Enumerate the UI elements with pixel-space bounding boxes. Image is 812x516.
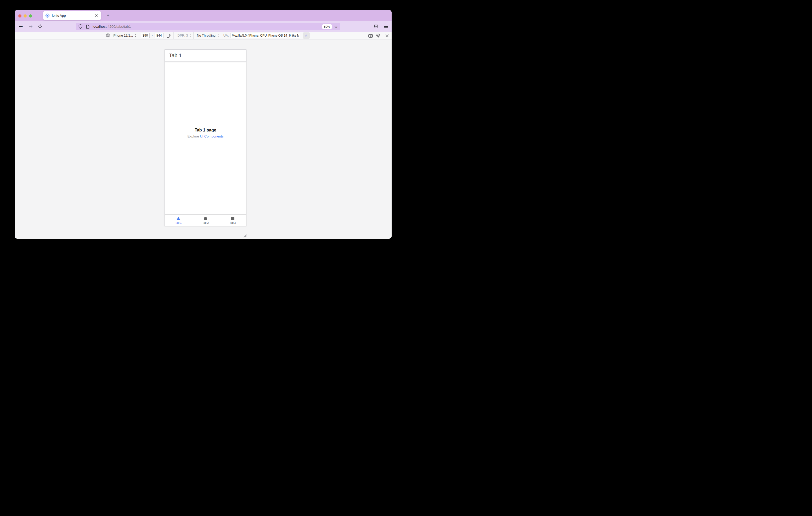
browser-window: Ionic App + ← → localhost:4200/tabs/tab1	[14, 10, 392, 239]
close-window-button[interactable]	[18, 14, 22, 18]
app-tab-3[interactable]: Tab 3	[219, 215, 246, 226]
viewport-width-input[interactable]	[141, 33, 150, 38]
close-rdm-button[interactable]	[385, 32, 389, 39]
user-agent-input[interactable]	[230, 33, 300, 38]
back-icon: ←	[19, 24, 23, 29]
navigation-bar: ← → localhost:4200/tabs/tab1 80% ☆	[14, 21, 392, 32]
url-host: localhost	[93, 25, 107, 29]
device-selector[interactable]: iPhone 12/1...	[113, 34, 133, 37]
app-tab-label: Tab 1	[175, 221, 181, 224]
rdm-content-area: Tab 1 Tab 1 page Explore UI Components T…	[14, 39, 392, 239]
reload-icon	[38, 24, 42, 29]
throttling-selector[interactable]: No Throttling	[197, 34, 215, 37]
screenshot-button[interactable]	[368, 32, 373, 39]
reload-button[interactable]	[37, 21, 43, 32]
page-title: Tab 1 page	[165, 128, 246, 132]
touch-hand-icon: ☝	[305, 34, 308, 37]
app-tab-1[interactable]: Tab 1	[165, 215, 192, 226]
new-tab-button[interactable]: +	[105, 12, 112, 19]
forward-icon: →	[29, 24, 32, 29]
square-icon	[231, 217, 234, 220]
touch-simulation-button[interactable]: ☝	[303, 32, 310, 39]
subtitle-text: Explore	[187, 134, 200, 138]
browser-tab-title: Ionic App	[52, 13, 94, 18]
url-bar[interactable]: localhost:4200/tabs/tab1 80% ☆	[76, 23, 340, 30]
circle-icon	[204, 217, 207, 220]
close-tab-icon[interactable]	[94, 13, 98, 18]
url-text: localhost:4200/tabs/tab1	[93, 25, 131, 29]
dimension-separator: ×	[151, 34, 153, 37]
dpr-selector: DPR: 3	[177, 34, 188, 37]
gear-icon	[376, 33, 380, 38]
camera-icon	[368, 34, 373, 38]
rdm-settings-button[interactable]	[376, 32, 380, 39]
bookmark-star-icon[interactable]: ☆	[334, 24, 338, 29]
ui-components-link[interactable]: UI Components	[200, 134, 224, 138]
url-path: :4200/tabs/tab1	[107, 25, 131, 29]
page-icon[interactable]	[86, 25, 89, 29]
minimize-window-button[interactable]	[24, 14, 27, 18]
device-browser-compass-icon	[106, 33, 110, 37]
rdm-toolbar: iPhone 12/1... × DPR: 3 No Throttling UA…	[14, 32, 392, 39]
app-tab-label: Tab 3	[229, 221, 236, 224]
ionic-logo-icon	[46, 13, 50, 18]
page-zoom-badge[interactable]: 80%	[322, 24, 332, 29]
pocket-button[interactable]	[373, 21, 379, 32]
app-header: Tab 1	[165, 50, 246, 62]
rotate-viewport-icon	[166, 33, 171, 38]
zoom-window-button[interactable]	[29, 14, 32, 18]
resize-grip-icon	[243, 234, 247, 238]
shield-icon[interactable]	[79, 24, 82, 29]
back-button[interactable]: ←	[18, 21, 24, 32]
viewport-resize-handle[interactable]	[243, 234, 247, 238]
app-tab-label: Tab 2	[202, 221, 208, 224]
page-content: Tab 1 page Explore UI Components	[165, 128, 246, 138]
tab-strip: Ionic App +	[14, 10, 392, 21]
page-subtitle: Explore UI Components	[165, 134, 246, 138]
viewport-height-input[interactable]	[154, 33, 164, 38]
forward-button[interactable]: →	[27, 21, 34, 32]
device-viewport: Tab 1 Tab 1 page Explore UI Components T…	[165, 50, 246, 226]
menu-button[interactable]	[383, 21, 389, 32]
app-tab-2[interactable]: Tab 2	[192, 215, 219, 226]
close-icon	[385, 34, 389, 37]
browser-tab-ionic-app[interactable]: Ionic App	[43, 11, 101, 20]
app-tab-bar: Tab 1 Tab 2 Tab 3	[165, 214, 246, 226]
rotate-viewport-button[interactable]	[166, 32, 171, 39]
pocket-icon	[374, 24, 378, 29]
throttling-chevrons[interactable]	[218, 34, 219, 37]
triangle-icon	[176, 217, 180, 220]
ua-label: UA:	[224, 34, 229, 37]
device-selector-chevrons[interactable]	[135, 34, 136, 37]
app-header-title: Tab 1	[169, 53, 182, 59]
dpr-chevrons	[190, 34, 191, 37]
